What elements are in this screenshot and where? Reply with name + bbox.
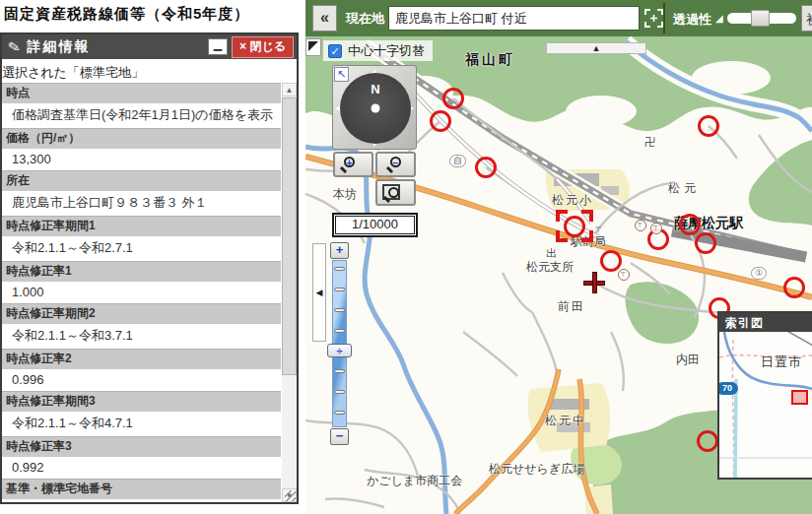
zoom-slider-thumb[interactable]: ÷ xyxy=(327,344,352,357)
pan-northwest-icon[interactable]: ↖ xyxy=(334,67,349,82)
detail-info-panel: ✎ 詳細情報 ▁ × 閉じる 選択された「標準宅地」 時点価格調査基準日(令和2… xyxy=(0,32,299,504)
compass-center-dot[interactable] xyxy=(372,104,380,113)
detail-row-value: 235006 xyxy=(2,499,281,502)
post-office-icon: 〒 xyxy=(635,220,646,231)
map-corner-collapse-icon[interactable] xyxy=(305,38,321,56)
map-label-matsumoto-elementary: 松元小 xyxy=(552,192,593,209)
center-cross-toggle[interactable]: ✓ 中心十字切替 xyxy=(323,40,433,61)
price-point-marker[interactable] xyxy=(698,115,719,137)
detail-row-label: 時点修正率期間2 xyxy=(2,303,281,324)
map-label-matsumoto-junior-high: 松元中 xyxy=(545,413,586,429)
price-point-marker[interactable] xyxy=(697,430,718,452)
detail-rows: 時点価格調査基準日(令和2年1月1日)の価格を表示価格（円/㎡）13,300所在… xyxy=(2,83,281,502)
slider-zoom-out-button[interactable]: − xyxy=(330,428,349,445)
index-map-city-label: 日置市 xyxy=(761,353,802,371)
detail-row-label: 所在 xyxy=(2,170,281,191)
current-view-indicator[interactable] xyxy=(791,390,808,405)
center-cross-toggle-label: 中心十字切替 xyxy=(348,42,425,60)
transparency-slider-thumb[interactable] xyxy=(751,10,770,27)
map-label-temple-manji: 卍 xyxy=(644,135,655,150)
close-button[interactable]: × 閉じる xyxy=(232,36,294,58)
zoom-out-button[interactable]: − xyxy=(375,152,416,177)
map-label-fukuyamacho: 福山町 xyxy=(465,51,515,69)
post-mark-icon: 〒 xyxy=(595,224,604,236)
search-input[interactable] xyxy=(388,6,640,31)
left-column: 固定資産税路線価等（令和5年度） ✎ 詳細情報 ▁ × 閉じる 選択された「標準… xyxy=(0,0,305,514)
map-label-maeda: 前田 xyxy=(558,298,585,315)
post-office-icon: 〒 xyxy=(618,269,630,281)
detail-row-label: 時点修正率期間1 xyxy=(2,216,281,236)
area-zoom-lens-icon xyxy=(388,187,399,198)
map-label-seseragi-plaza: 松元せせらぎ広場 xyxy=(489,461,584,478)
price-point-marker[interactable] xyxy=(695,232,716,254)
selection-bracket-icon xyxy=(556,210,593,242)
panel-scrollbar[interactable]: ▲ ▼ xyxy=(282,83,297,502)
index-map-title[interactable]: 索引図 xyxy=(719,313,812,332)
price-point-marker[interactable] xyxy=(679,214,701,235)
map-canvas[interactable]: 福山町松元松元小薩摩松元駅駅前局出松元支所前田内田松元中松元せせらぎ広場かごしま… xyxy=(305,36,812,514)
zoom-out-lens-icon: − xyxy=(390,157,401,167)
detail-row-value: 0.996 xyxy=(2,369,281,391)
detail-row-value: 価格調査基準日(令和2年1月1日)の価格を表示 xyxy=(2,103,281,128)
memo-icon: ✎ xyxy=(7,37,23,57)
map-label-honbo: 本坊 xyxy=(333,186,357,203)
detail-row-label: 時点修正率3 xyxy=(2,436,281,457)
toolbar-divider xyxy=(663,3,665,33)
price-point-marker[interactable] xyxy=(430,110,451,132)
scrollbar-thumb[interactable] xyxy=(282,97,297,375)
slider-zoom-in-button[interactable]: + xyxy=(330,242,349,259)
minimize-button[interactable]: ▁ xyxy=(208,38,228,55)
detail-rows-wrap: 時点価格調査基準日(令和2年1月1日)の価格を表示価格（円/㎡）13,300所在… xyxy=(2,83,297,502)
detail-row-value: 13,300 xyxy=(2,149,281,170)
index-map-body[interactable]: 日置市 70 xyxy=(719,332,812,478)
detail-row-label: 時点修正率2 xyxy=(2,349,281,369)
collapse-left-icon: ◀ xyxy=(316,288,323,297)
collapse-up-icon: ▲ xyxy=(592,43,601,53)
price-point-marker[interactable] xyxy=(475,157,497,178)
current-location-label: 現在地 xyxy=(346,10,384,28)
detail-row-label: 価格（円/㎡） xyxy=(2,128,281,149)
compass-north-label: N xyxy=(371,82,379,96)
route-badge: 自 xyxy=(449,155,466,167)
price-point-marker[interactable] xyxy=(600,250,622,272)
area-zoom-button[interactable] xyxy=(375,179,416,206)
price-point-marker[interactable] xyxy=(442,88,464,109)
center-target-icon[interactable] xyxy=(644,9,663,28)
zoom-level-slider[interactable]: ÷ xyxy=(332,260,347,427)
detail-row-value: 鹿児島市上谷口町９８３番３ 外１ xyxy=(2,191,281,216)
checkbox-checked-icon[interactable]: ✓ xyxy=(328,44,342,58)
detail-row-label: 基準・標準宅地番号 xyxy=(2,479,281,499)
map-label-uchida: 内田 xyxy=(676,352,700,368)
detail-row-value: 0.992 xyxy=(2,457,281,479)
map-label-matsumoto-branch-office: 松元支所 xyxy=(526,259,574,276)
zoom-in-button[interactable]: + xyxy=(333,152,373,177)
transparency-label: 透過性 xyxy=(673,11,711,29)
detail-row-label: 時点修正率1 xyxy=(2,261,281,282)
price-point-marker[interactable] xyxy=(783,277,805,298)
detail-row-label: 時点修正率期間3 xyxy=(2,391,281,412)
page-title: 固定資産税路線価等（令和5年度） xyxy=(4,5,249,24)
detail-row-value: 令和2.1.1～令和3.7.1 xyxy=(2,324,281,349)
transparency-slider[interactable] xyxy=(727,13,796,24)
detail-row-value: 1.000 xyxy=(2,282,281,303)
map-region: « 現在地 透過性 ◢ 初 xyxy=(305,0,812,514)
post-office-icon: 〒 xyxy=(650,223,662,234)
compass-dial[interactable]: N xyxy=(340,73,411,144)
compass-control[interactable]: ▲ ▼ ◀ ▶ N ↖ xyxy=(332,65,417,150)
partial-right-button[interactable]: 初 xyxy=(801,5,812,32)
route-70-badge: 70 xyxy=(719,382,738,395)
scroll-up-icon[interactable]: ▲ xyxy=(282,83,297,96)
map-label-kagoshima-chamber: かごしま市商工会 xyxy=(367,473,462,489)
toolbar-collapse-button[interactable]: « xyxy=(312,5,337,32)
index-map-window[interactable]: 索引図 日置市 70 xyxy=(717,311,812,480)
zoom-in-lens-icon: + xyxy=(344,157,355,167)
map-scale-display: 1/10000 xyxy=(332,213,418,237)
sidebar-collapse-handle[interactable]: ◀ xyxy=(312,243,326,342)
toolbar-collapse-handle[interactable]: ▲ xyxy=(546,42,646,54)
resize-grip-icon[interactable] xyxy=(285,490,296,501)
route-badge: ① xyxy=(751,267,767,280)
detail-row-label: 時点 xyxy=(2,83,281,103)
map-center-cross-icon xyxy=(583,272,606,294)
map-scale-value: 1/10000 xyxy=(335,216,415,234)
detail-panel-header[interactable]: ✎ 詳細情報 ▁ × 閉じる xyxy=(2,34,297,59)
